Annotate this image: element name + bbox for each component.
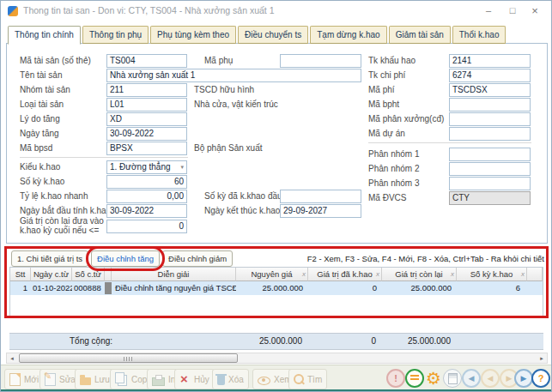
label-ma-du-an: Mã dự án <box>368 127 405 140</box>
col-header-stt[interactable]: Stt <box>10 268 31 281</box>
edit-icon <box>45 373 56 386</box>
tab-phu-tung-kem-theo[interactable]: Phụ tùng kèm theo <box>150 26 236 44</box>
ngay-tang-field[interactable]: 30-09-2022 <box>106 127 187 141</box>
label-ten-tai-san: Tên tài sản <box>20 69 62 81</box>
nhom-tai-san-field[interactable]: 211 <box>106 83 187 97</box>
detail-tab-dieu-chinh-giam[interactable]: Điều chỉnh giảm <box>162 250 233 267</box>
ten-tai-san-field[interactable]: Nhà xưởng sản xuất 1 <box>106 69 361 82</box>
ma-bpsd-field[interactable]: BPSX <box>106 142 187 155</box>
tab-tam-dung-khao[interactable]: Tạm dừng k.hao <box>310 26 386 44</box>
help-icon[interactable] <box>531 369 550 388</box>
totals-label: Tổng cộng: <box>70 336 112 346</box>
cell-da-khao: 0 <box>308 281 382 295</box>
tab-thong-tin-phu[interactable]: Thông tin phụ <box>82 26 149 44</box>
col-header-ngay-ctu[interactable]: Ngày c.từ <box>31 268 72 281</box>
phan-nhom-1-field[interactable] <box>449 148 531 161</box>
close-icon[interactable] <box>524 3 546 18</box>
detail-tab-chi-tiet-gia-tri[interactable]: 1. Chi tiết giá trị ts <box>11 250 88 267</box>
scrollbar-thumb[interactable] <box>19 353 238 363</box>
col-header-dien-giai[interactable]: Diễn giải <box>112 268 236 281</box>
menu-list-icon[interactable] <box>405 369 424 388</box>
ma-phan-xuong-field[interactable] <box>449 112 531 126</box>
cell-ngay-ctu: 01-10-2022 <box>33 281 72 295</box>
cell-stt: 1 <box>10 281 31 295</box>
horizontal-scrollbar[interactable] <box>6 353 548 364</box>
filter-icon[interactable] <box>451 270 454 278</box>
hotkey-hints: F2 - Xem, F3 - Sửa, F4 - Mới, F8 - Xóa, … <box>307 254 544 263</box>
tk-chi-phi-field[interactable]: 6274 <box>449 69 531 82</box>
find-button[interactable]: Tìm <box>288 369 327 389</box>
filter-icon[interactable] <box>376 270 379 278</box>
new-document-icon <box>9 373 21 386</box>
col-header-da-khao-label: Giá trị đã k.hao <box>317 269 372 279</box>
save-button[interactable]: Lưu <box>75 369 115 389</box>
label-gia-tri-con-lai-dua-vao: Giá trị còn lại đưa vào k.hao kỳ cuối nế… <box>20 216 106 235</box>
table-row[interactable]: 1 01-10-2022 000888 Điều chỉnh tăng nguy… <box>10 281 543 295</box>
info-icon[interactable] <box>386 369 405 388</box>
scroll-right-icon[interactable] <box>537 353 547 363</box>
save-button-label: Lưu <box>94 375 110 384</box>
totals-da-khao: 0 <box>307 336 381 346</box>
delete-button[interactable]: Xóa <box>212 369 249 389</box>
search-icon <box>294 374 304 384</box>
so-ky-da-khao-field[interactable] <box>280 190 361 203</box>
label-ngay-ket-thuc-khao: Ngày kết thúc k.hao <box>204 204 280 217</box>
left-separator <box>20 157 188 158</box>
last-record-icon[interactable] <box>514 369 533 388</box>
report-icon[interactable] <box>443 369 462 388</box>
ma-phu-field[interactable] <box>280 54 361 68</box>
tab-giam-tai-san[interactable]: Giảm tài sản <box>389 26 451 44</box>
ly-do-tang-field[interactable]: XD <box>106 112 187 126</box>
col-header-so-ctu[interactable]: Số c.từ <box>72 268 105 281</box>
tab-thoi-khao[interactable]: Thổi k.hao <box>452 26 507 44</box>
cell-con-lai: 25.000.000 <box>382 281 457 295</box>
filter-icon[interactable] <box>302 270 306 278</box>
ma-phi-field[interactable]: TSCDSX <box>449 83 531 97</box>
bottom-toolbar: Mới Sửa Lưu Copy In Hủy Xóa Xem <box>1 365 552 391</box>
detail-tab-strip: 1. Chi tiết giá trị ts Điều chỉnh tăng Đ… <box>11 250 233 267</box>
scroll-left-icon[interactable] <box>7 353 17 363</box>
kieu-khao-combobox[interactable]: 1. Đường thẳng <box>106 160 187 174</box>
ty-le-khao-nhanh-field[interactable]: 0,00 <box>106 190 187 203</box>
previous-record-icon[interactable] <box>481 369 500 388</box>
ma-du-an-field[interactable] <box>449 127 531 141</box>
chevron-down-icon[interactable] <box>180 161 184 173</box>
phan-nhom-2-field[interactable] <box>449 162 531 176</box>
col-header-da-khao[interactable]: Giá trị đã k.hao <box>308 268 382 281</box>
cancel-button[interactable]: Hủy <box>174 369 215 389</box>
col-header-con-lai[interactable]: Giá trị còn lại <box>382 268 457 281</box>
label-tk-khau-hao: Tk khấu hao <box>368 54 416 67</box>
main-tab-strip: Thông tin chính Thông tin phụ Phụ tùng k… <box>8 26 507 44</box>
minimize-icon[interactable] <box>477 3 500 18</box>
gear-icon[interactable] <box>424 369 443 388</box>
col-header-nguyen-gia-label: Nguyên giá <box>251 269 292 279</box>
delete-button-label: Xóa <box>228 375 244 384</box>
detail-tab-dieu-chinh-tang[interactable]: Điều chỉnh tăng <box>91 250 160 267</box>
so-ky-khao-field[interactable]: 60 <box>106 175 187 189</box>
cancel-icon <box>179 374 191 385</box>
ngay-bat-dau-khao-field[interactable]: 30-09-2022 <box>106 204 187 218</box>
find-button-label: Tìm <box>307 375 322 384</box>
tab-thong-tin-chinh[interactable]: Thông tin chính <box>8 26 81 45</box>
filter-icon[interactable] <box>521 270 525 278</box>
tk-khau-hao-field[interactable]: 2141 <box>449 54 531 68</box>
cell-nguyen-gia: 25.000.000 <box>236 281 308 295</box>
first-record-icon[interactable] <box>462 369 481 388</box>
phan-nhom-3-field[interactable] <box>449 177 531 190</box>
col-header-so-ky[interactable]: Số kỳ k.hao <box>457 268 527 281</box>
col-header-con-lai-label: Giá trị còn lại <box>395 269 442 279</box>
tab-dieu-chuyen-ts[interactable]: Điều chuyển ts <box>238 26 308 44</box>
col-header-filler <box>527 268 543 281</box>
ngay-ket-thuc-khao-field[interactable]: 29-09-2027 <box>280 204 361 218</box>
maximize-icon[interactable] <box>501 3 524 18</box>
ma-bpht-field[interactable] <box>449 98 531 112</box>
loai-tai-san-field[interactable]: L01 <box>106 98 187 112</box>
new-button[interactable]: Mới <box>4 369 44 389</box>
label-ma-tai-san: Mã tài sản (số thẻ) <box>20 54 91 67</box>
label-ly-do-tang: Lý do tăng <box>20 112 60 125</box>
row-indicator <box>105 282 112 294</box>
col-header-nguyen-gia[interactable]: Nguyên giá <box>236 268 308 281</box>
gia-tri-con-lai-dua-vao-field[interactable]: 0 <box>106 220 187 233</box>
kieu-khao-value: 1. Đường thẳng <box>110 161 171 173</box>
ma-tai-san-field[interactable]: TS004 <box>106 54 187 68</box>
